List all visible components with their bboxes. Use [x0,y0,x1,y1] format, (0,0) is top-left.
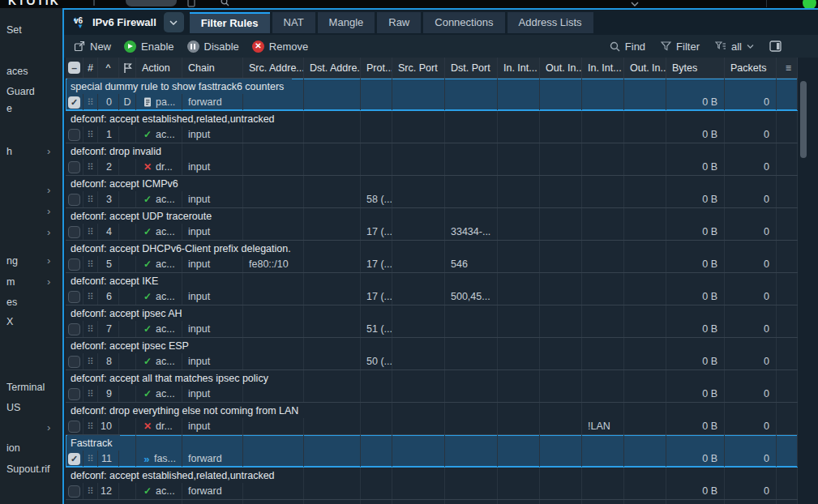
sidebar-item[interactable]: aces [6,65,28,78]
rule-data-row[interactable]: ⠿6✓ac...input17 (...500,45...0 B0 [66,288,798,305]
rule-comment-row[interactable]: special dummy rule to show fasttrack6 co… [66,79,798,94]
firewall-rule-row[interactable]: defconf: drop invalid⠿2✕dr...input0 B0 [66,143,798,176]
column-header-action[interactable]: Action [136,58,182,78]
rule-data-row[interactable]: ⠿3✓ac...input58 (...0 B0 [66,191,798,207]
chevron-down-icon[interactable] [631,2,639,6]
rule-comment-row[interactable]: defconf: accept DHCPv6-Client prefix del… [66,241,798,256]
drag-handle-icon[interactable]: ⠿ [87,130,93,139]
rule-comment-row[interactable]: defconf: accept ipsec AH [66,305,798,321]
vertical-scrollbar-thumb[interactable] [800,81,807,158]
rule-data-row[interactable]: ⠿8✓ac...input50 (...0 B0 [66,353,798,369]
firewall-rule-row[interactable]: defconf: accept ipsec AH⠿7✓ac...input51 … [66,305,798,338]
rule-data-row[interactable]: ⠿10✕dr...input!LAN0 B0 [66,418,798,434]
column-header-dst-address[interactable]: Dst. Addre... [304,58,361,78]
rule-data-row[interactable]: ✓⠿0Dpa...forward0 B0 [66,94,798,110]
drag-handle-icon[interactable]: ⠿ [87,487,93,496]
filter-button[interactable]: Filter [661,41,700,53]
sidebar-item[interactable]: ng [6,254,18,267]
row-checkbox[interactable] [68,129,80,141]
column-header-protocol[interactable]: Prot... [361,58,392,78]
tab-nat[interactable]: NAT [272,12,315,33]
column-header-flags[interactable] [119,58,136,78]
drag-handle-icon[interactable]: ⠿ [87,390,93,399]
rule-comment-row[interactable]: defconf: accept all that matches ipsec p… [66,370,798,386]
sidebar-item[interactable]: ion [6,442,20,455]
column-header-dst-port[interactable]: Dst. Port [445,58,498,78]
sidebar-item[interactable]: Terminal [6,381,45,394]
column-header-packets[interactable]: Packets [725,58,777,78]
drag-handle-icon[interactable]: ⠿ [87,325,93,334]
rule-data-row[interactable]: ⠿7✓ac...input51 (...0 B0 [66,321,798,337]
column-header-src-address[interactable]: Src. Addre... [243,58,304,78]
rule-comment-row[interactable]: defconf: drop everything else not coming… [66,403,798,418]
sidebar-item[interactable]: Guard [6,85,35,98]
column-menu-button[interactable]: ≡ [777,58,798,78]
rule-data-row[interactable]: ⠿1✓ac...input0 B0 [66,126,798,143]
row-checkbox[interactable] [68,161,80,173]
filter-scope-dropdown[interactable]: all [715,41,754,53]
tab-mangle[interactable]: Mangle [318,12,375,33]
firewall-rule-row[interactable]: defconf: accept established,related,untr… [66,111,798,143]
row-checkbox[interactable] [68,388,80,400]
row-checkbox[interactable] [68,194,80,206]
row-checkbox[interactable] [68,226,80,238]
sidebar-item[interactable]: es [6,296,17,309]
rule-comment-row[interactable]: defconf: accept ICMPv6 [66,176,798,191]
rule-comment-row[interactable]: defconf: drop invalid [66,500,798,504]
column-header-num[interactable]: # [84,58,98,78]
tab-filter-rules[interactable]: Filter Rules [190,12,270,33]
firewall-rule-row[interactable]: defconf: accept established,related,untr… [66,468,798,500]
row-checkbox[interactable] [68,258,80,271]
firewall-rule-row[interactable]: defconf: accept UDP traceroute⠿4✓ac...in… [66,208,798,241]
disable-button[interactable]: Disable [187,41,239,53]
submenu-chevron-icon[interactable]: › [47,184,50,197]
rule-data-row[interactable]: ⠿4✓ac...input17 (...33434-...0 B0 [66,224,798,240]
sidebar-item[interactable]: X [6,315,13,328]
tab-raw[interactable]: Raw [377,12,421,33]
firewall-rule-row[interactable]: special dummy rule to show fasttrack6 co… [66,79,798,111]
row-checkbox[interactable] [68,323,80,335]
find-button[interactable]: Find [610,41,645,53]
drag-handle-icon[interactable]: ⠿ [87,260,93,269]
submenu-chevron-icon[interactable]: › [47,145,50,158]
rule-comment-row[interactable]: defconf: accept established,related,untr… [66,468,798,483]
firewall-rule-row[interactable]: defconf: accept IKE⠿6✓ac...input17 (...5… [66,273,798,305]
title-dropdown-button[interactable] [164,12,184,32]
rule-data-row[interactable]: ⠿9✓ac...input0 B0 [66,386,798,402]
rule-comment-row[interactable]: Fasttrack [66,435,798,451]
column-header-bytes[interactable]: Bytes [666,58,725,78]
sidebar-item[interactable]: h [6,145,12,158]
firewall-rule-row[interactable]: defconf: drop everything else not coming… [66,403,798,435]
rule-comment-row[interactable]: defconf: accept IKE [66,273,798,288]
remove-button[interactable]: ✕ Remove [252,41,308,53]
clipboard-icon[interactable] [187,0,195,7]
drag-handle-icon[interactable]: ⠿ [87,228,93,237]
drag-handle-icon[interactable]: ⠿ [87,98,93,107]
column-header-src-port[interactable]: Src. Port [392,58,445,78]
drag-handle-icon[interactable]: ⠿ [87,293,93,301]
drag-handle-icon[interactable]: ⠿ [87,455,93,463]
search-icon[interactable] [221,0,229,6]
rule-comment-row[interactable]: defconf: accept ipsec ESP [66,338,798,353]
row-checkbox[interactable] [68,421,80,433]
sidebar-item[interactable]: e [6,102,12,115]
search-pill[interactable] [126,0,177,6]
minus-checkbox-icon[interactable]: – [68,62,80,74]
drag-handle-icon[interactable]: ⠿ [87,195,93,204]
column-header-out-interface[interactable]: Out. In... [540,58,582,78]
row-checkbox[interactable] [68,356,80,368]
firewall-rule-row[interactable]: defconf: accept all that matches ipsec p… [66,370,798,403]
column-header-in-interface-list[interactable]: In. Int... [582,58,624,78]
row-checkbox[interactable] [68,291,80,303]
row-checkbox-checked[interactable]: ✓ [68,453,80,465]
rule-data-row[interactable]: ✓⠿11»fas...forward0 B0 [66,451,798,467]
column-header-in-interface[interactable]: In. Int... [498,58,540,78]
tab-address-lists[interactable]: Address Lists [508,12,593,33]
sort-indicator[interactable]: ^ [98,58,119,78]
new-button[interactable]: New [74,41,111,53]
drag-handle-icon[interactable]: ⠿ [87,357,93,366]
submenu-chevron-icon[interactable]: › [47,254,50,267]
rule-comment-row[interactable]: defconf: drop invalid [66,143,798,159]
rule-comment-row[interactable]: defconf: accept UDP traceroute [66,208,798,224]
drag-handle-icon[interactable]: ⠿ [87,422,93,431]
